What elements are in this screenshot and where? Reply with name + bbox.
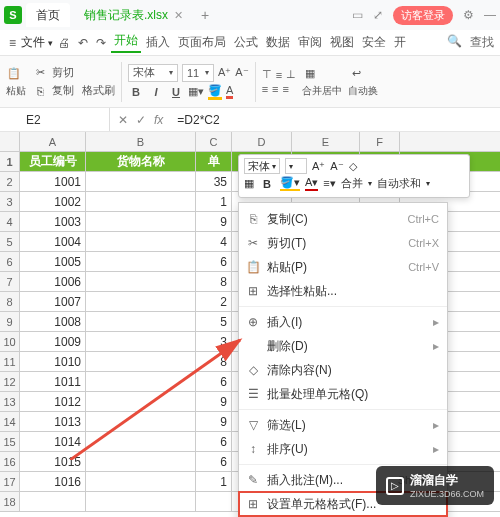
cell[interactable]: 4 (196, 232, 232, 251)
row-header[interactable]: 2 (0, 172, 20, 191)
cell[interactable]: 1002 (20, 192, 86, 211)
cell[interactable]: 9 (196, 412, 232, 431)
mini-border-icon[interactable]: ▦ (244, 177, 254, 190)
cell[interactable] (86, 312, 196, 331)
header-employee-id[interactable]: 员工编号 (20, 152, 86, 171)
header-unit[interactable]: 单 (196, 152, 232, 171)
mini-align-icon[interactable]: ≡▾ (323, 177, 335, 190)
name-box[interactable]: E2 (20, 108, 110, 131)
cell[interactable]: 1006 (20, 272, 86, 291)
cancel-fx-icon[interactable]: ✕ (118, 113, 128, 127)
row-header[interactable]: 18 (0, 492, 20, 511)
row-header[interactable]: 6 (0, 252, 20, 271)
font-select[interactable]: 宋体▾ (128, 64, 178, 82)
row-header[interactable]: 13 (0, 392, 20, 411)
cm-delete[interactable]: 删除(D)▸ (239, 334, 447, 358)
cell[interactable]: 1004 (20, 232, 86, 251)
cm-cut[interactable]: ✂剪切(T)Ctrl+X (239, 231, 447, 255)
col-header-b[interactable]: B (86, 132, 196, 151)
tab-layout[interactable]: 页面布局 (175, 34, 229, 51)
cell[interactable]: 6 (196, 432, 232, 451)
cell[interactable] (86, 372, 196, 391)
cell[interactable]: 8 (196, 272, 232, 291)
tab-file[interactable]: 销售记录表.xlsx ✕ (74, 3, 193, 27)
cell[interactable] (86, 172, 196, 191)
fx-icon[interactable]: fx (154, 113, 163, 127)
cell[interactable]: 8 (196, 352, 232, 371)
align-right-icon[interactable]: ≡ (283, 83, 289, 95)
align-mid-icon[interactable]: ≡ (276, 69, 282, 81)
row-header[interactable]: 5 (0, 232, 20, 251)
cell[interactable]: 6 (196, 252, 232, 271)
cell[interactable] (86, 212, 196, 231)
row-header[interactable]: 4 (0, 212, 20, 231)
row-header[interactable]: 1 (0, 152, 20, 171)
row-header[interactable]: 16 (0, 452, 20, 471)
cell[interactable] (86, 352, 196, 371)
merge-group[interactable]: ▦ 合并居中 (302, 66, 342, 98)
cm-sort[interactable]: ↕排序(U)▸ (239, 437, 447, 461)
cell[interactable]: 1005 (20, 252, 86, 271)
underline-button[interactable]: U (168, 86, 184, 98)
minimize-icon[interactable]: — (484, 8, 496, 22)
tab-review[interactable]: 审阅 (295, 34, 325, 51)
row-header[interactable]: 17 (0, 472, 20, 491)
cell[interactable] (86, 412, 196, 431)
cell[interactable]: 1 (196, 192, 232, 211)
size-select[interactable]: 11▾ (182, 64, 214, 82)
col-header-c[interactable]: C (196, 132, 232, 151)
row-header[interactable]: 15 (0, 432, 20, 451)
paste-group[interactable]: 📋 粘贴 (6, 66, 26, 98)
col-header-e[interactable]: E (292, 132, 360, 151)
menu-find[interactable]: 查找 (470, 34, 494, 51)
menu-back[interactable]: ≡ (6, 36, 19, 50)
col-header-d[interactable]: D (232, 132, 292, 151)
select-all-corner[interactable] (0, 132, 20, 151)
cell[interactable]: 1001 (20, 172, 86, 191)
formula-input[interactable]: =D2*C2 (171, 113, 500, 127)
cell[interactable]: 1013 (20, 412, 86, 431)
menu-file[interactable]: 文件▾ (21, 34, 53, 51)
tab-dev[interactable]: 开 (391, 34, 409, 51)
cell[interactable]: 9 (196, 392, 232, 411)
cell[interactable] (86, 192, 196, 211)
enter-fx-icon[interactable]: ✓ (136, 113, 146, 127)
cell[interactable] (86, 432, 196, 451)
cell[interactable] (86, 332, 196, 351)
cell[interactable] (86, 472, 196, 491)
cell[interactable]: 6 (196, 452, 232, 471)
cell[interactable]: 1003 (20, 212, 86, 231)
cell[interactable]: 1007 (20, 292, 86, 311)
cell[interactable]: 1012 (20, 392, 86, 411)
cell[interactable]: 6 (196, 372, 232, 391)
fill-color-button[interactable]: 🪣 (208, 84, 222, 100)
cell[interactable] (86, 232, 196, 251)
mini-font-color-icon[interactable]: A▾ (305, 176, 318, 191)
cell[interactable]: 2 (196, 292, 232, 311)
app-menu-icon[interactable]: ▭ (352, 8, 363, 22)
align-center-icon[interactable]: ≡ (272, 83, 278, 95)
cell[interactable]: 35 (196, 172, 232, 191)
cm-paste[interactable]: 📋粘贴(P)Ctrl+V (239, 255, 447, 279)
header-goods-name[interactable]: 货物名称 (86, 152, 196, 171)
row-header[interactable]: 14 (0, 412, 20, 431)
row-header[interactable]: 7 (0, 272, 20, 291)
mini-merge[interactable]: 合并 (341, 176, 363, 191)
cm-copy[interactable]: ⎘复制(C)Ctrl+C (239, 207, 447, 231)
cell[interactable]: 1015 (20, 452, 86, 471)
row-header[interactable]: 10 (0, 332, 20, 351)
cell[interactable]: 1 (196, 472, 232, 491)
cell[interactable] (86, 292, 196, 311)
align-top-icon[interactable]: ⊤ (262, 68, 272, 81)
cut-button[interactable]: 剪切 (52, 65, 74, 80)
align-bot-icon[interactable]: ⊥ (286, 68, 296, 81)
tab-security[interactable]: 安全 (359, 34, 389, 51)
wrap-group[interactable]: ↩ 自动换 (348, 66, 378, 98)
cm-clear[interactable]: ◇清除内容(N) (239, 358, 447, 382)
mini-autosum[interactable]: 自动求和 (377, 176, 421, 191)
cm-insert[interactable]: ⊕插入(I)▸ (239, 310, 447, 334)
fullscreen-icon[interactable]: ⤢ (373, 8, 383, 22)
row-header[interactable]: 11 (0, 352, 20, 371)
qat-undo-icon[interactable]: ↶ (75, 36, 91, 50)
cell[interactable]: 1011 (20, 372, 86, 391)
